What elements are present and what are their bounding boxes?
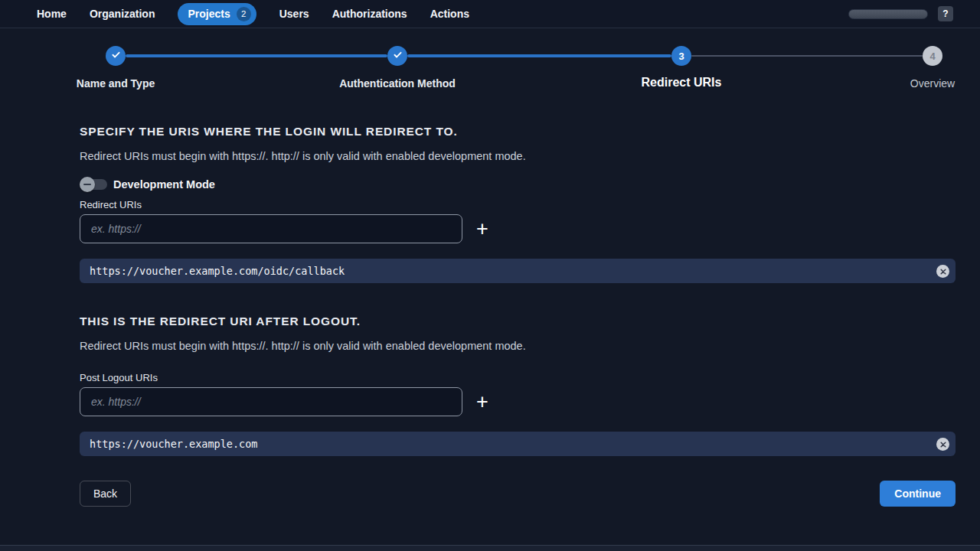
minus-icon [83, 184, 91, 185]
nav-item-home[interactable]: Home [37, 8, 67, 20]
step-2-label: Authentication Method [339, 77, 456, 90]
continue-button[interactable]: Continue [880, 481, 956, 507]
wizard-stepper: 3 4 Name and Type Authentication Method … [80, 46, 956, 93]
step-1-label: Name and Type [77, 77, 155, 90]
step-3-circle: 3 [671, 46, 691, 66]
step-4-circle: 4 [923, 46, 942, 66]
footer-bar [0, 545, 980, 551]
step-3-label: Redirect URIs [642, 76, 722, 90]
post-logout-input-row: + [80, 387, 956, 416]
post-logout-uri-chip: https://voucher.example.com [80, 432, 956, 456]
post-logout-uri-input[interactable] [80, 387, 462, 416]
help-button[interactable]: ? [938, 6, 953, 21]
post-logout-section: THIS IS THE REDIRECT URI AFTER LOGOUT. R… [80, 315, 956, 456]
wizard-actions-row: Back Continue [80, 481, 956, 507]
dev-mode-toggle[interactable] [80, 179, 107, 190]
redirect-section-description: Redirect URIs must begin with https://. … [80, 150, 956, 162]
main-content: 3 4 Name and Type Authentication Method … [0, 28, 980, 545]
nav-item-organization[interactable]: Organization [90, 8, 155, 20]
close-icon [940, 439, 946, 450]
nav-right-group: ? [848, 6, 953, 21]
top-nav: Home Organization Projects 2 Users Autho… [0, 0, 980, 28]
redirect-uri-input[interactable] [80, 214, 462, 243]
add-redirect-uri-button[interactable]: + [471, 217, 494, 240]
logout-section-title: THIS IS THE REDIRECT URI AFTER LOGOUT. [80, 315, 956, 328]
check-icon [393, 50, 403, 62]
redirect-uris-section: SPECIFY THE URIS WHERE THE LOGIN WILL RE… [80, 125, 956, 283]
loading-placeholder [848, 9, 928, 19]
nav-item-projects-label: Projects [188, 8, 230, 20]
nav-item-actions[interactable]: Actions [430, 8, 469, 20]
check-icon [111, 50, 121, 62]
stepper-line-1 [126, 54, 387, 57]
redirect-uri-chip: https://voucher.example.com/oidc/callbac… [80, 259, 956, 283]
logout-section-description: Redirect URIs must begin with https://. … [80, 340, 956, 352]
step-2-circle [387, 46, 407, 66]
redirect-uri-value: https://voucher.example.com/oidc/callbac… [90, 265, 936, 277]
projects-count-badge: 2 [237, 7, 251, 21]
redirect-uri-input-row: + [80, 214, 956, 243]
post-logout-field-label: Post Logout URIs [80, 372, 956, 383]
redirect-uris-field-label: Redirect URIs [80, 199, 956, 210]
plus-icon: + [476, 392, 488, 412]
close-icon [940, 266, 946, 277]
back-button[interactable]: Back [80, 481, 131, 507]
stepper-line-2 [407, 54, 671, 57]
nav-item-authorizations[interactable]: Authorizations [332, 8, 407, 20]
remove-post-logout-uri-button[interactable] [936, 438, 949, 451]
dev-mode-label: Development Mode [113, 178, 215, 191]
post-logout-uri-value: https://voucher.example.com [90, 438, 936, 450]
redirect-section-title: SPECIFY THE URIS WHERE THE LOGIN WILL RE… [80, 125, 956, 139]
stepper-line-3 [691, 55, 923, 57]
nav-item-projects[interactable]: Projects 2 [178, 3, 256, 25]
step-4-label: Overview [910, 77, 955, 90]
step-1-circle [106, 46, 126, 66]
plus-icon: + [476, 219, 488, 240]
add-post-logout-uri-button[interactable]: + [471, 390, 494, 413]
remove-redirect-uri-button[interactable] [936, 265, 949, 278]
nav-item-users[interactable]: Users [279, 8, 309, 20]
dev-mode-row: Development Mode [80, 177, 956, 192]
toggle-knob [80, 177, 95, 192]
